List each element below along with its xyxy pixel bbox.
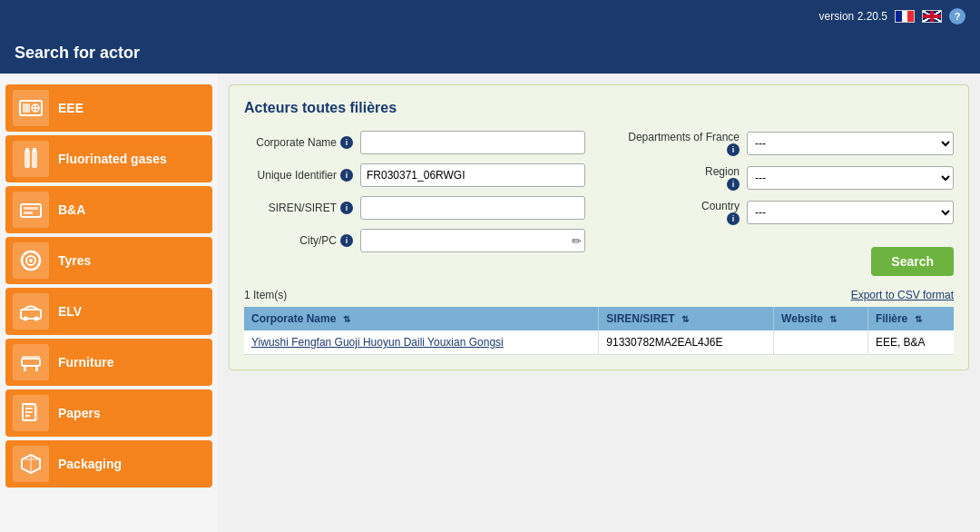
svg-rect-10 — [24, 207, 38, 210]
country-label-group: Country i — [612, 200, 740, 225]
sidebar-label-furniture: Furniture — [58, 355, 113, 370]
results-table-header-row: Corporate Name ⇅ SIREN/SIRET ⇅ Website ⇅ — [244, 307, 954, 330]
cell-filiere: EEE, B&A — [867, 330, 954, 355]
cell-corporate_name[interactable]: Yiwushi Fengfan Guoji Huoyun Daili Youxi… — [244, 330, 599, 355]
sidebar-item-elv[interactable]: ELV — [5, 288, 212, 335]
svg-rect-5 — [24, 150, 30, 168]
unique-identifier-row: Unique Identifier i — [244, 163, 585, 187]
region-select[interactable]: --- — [747, 166, 954, 190]
sidebar-item-packaging[interactable]: Packaging — [5, 440, 212, 488]
cell-siren_siret: 91330782MA2EAL4J6E — [599, 330, 774, 355]
region-info-icon[interactable]: i — [727, 178, 740, 191]
departments-select[interactable]: --- — [747, 132, 954, 155]
country-select[interactable]: --- — [747, 201, 954, 224]
papers-icon — [13, 395, 49, 431]
results-table: Corporate Name ⇅ SIREN/SIRET ⇅ Website ⇅ — [244, 307, 954, 355]
region-label-info: Region — [705, 165, 740, 178]
corporate-name-label-group: Corporate Name i — [244, 136, 353, 149]
departments-label: Departments of France — [628, 131, 740, 143]
corporate-name-input[interactable] — [360, 131, 585, 154]
sort-siren-siret-icon: ⇅ — [681, 314, 689, 324]
svg-point-16 — [24, 317, 28, 321]
sidebar-label-ba: B&A — [58, 202, 85, 218]
sidebar-item-fluorinated-gases[interactable]: Fluorinated gases — [5, 135, 212, 182]
country-info-icon[interactable]: i — [727, 212, 740, 225]
sidebar-item-tyres[interactable]: Tyres — [5, 237, 212, 284]
city-pc-label: City/PC — [299, 234, 337, 247]
col-siren-siret-label: SIREN/SIRET — [606, 312, 674, 325]
search-btn-row: Search — [612, 247, 954, 276]
siren-siret-input[interactable] — [360, 196, 585, 220]
country-label-info: Country — [701, 200, 740, 212]
corporate-name-row: Corporate Name i — [244, 131, 585, 154]
results-table-header: Corporate Name ⇅ SIREN/SIRET ⇅ Website ⇅ — [244, 307, 954, 330]
col-filiere[interactable]: Filière ⇅ — [867, 307, 954, 330]
furniture-icon — [13, 344, 49, 380]
svg-rect-21 — [22, 356, 40, 360]
results-header: 1 Item(s) Export to CSV format — [244, 289, 954, 301]
flag-uk-icon[interactable] — [922, 10, 942, 23]
sidebar-label-fluorinated-gases: Fluorinated gases — [58, 152, 167, 167]
svg-rect-18 — [22, 359, 40, 366]
cell-website — [774, 330, 868, 355]
sidebar: EEE Fluorinated gases — [0, 74, 218, 532]
top-bar: version 2.20.5 ? — [0, 0, 980, 33]
siren-siret-info-icon[interactable]: i — [340, 202, 353, 214]
results-table-body: Yiwushi Fengfan Guoji Huoyun Daili Youxi… — [244, 330, 954, 355]
ba-icon — [13, 192, 49, 228]
search-button[interactable]: Search — [871, 247, 954, 276]
country-row: Country i --- — [612, 200, 954, 225]
departments-label-group: Departments of France i — [612, 131, 740, 156]
sidebar-label-tyres: Tyres — [58, 253, 91, 269]
unique-identifier-input[interactable] — [360, 163, 585, 187]
sidebar-item-eee[interactable]: EEE — [5, 84, 212, 132]
city-pc-edit-button[interactable]: ✏ — [572, 234, 582, 248]
form-left: Corporate Name i Unique Identifier i — [244, 131, 585, 276]
svg-rect-1 — [23, 103, 30, 113]
fluorinated-gases-icon — [13, 141, 49, 177]
corporate-name-label: Corporate Name — [256, 136, 337, 149]
svg-rect-20 — [35, 366, 38, 371]
svg-rect-8 — [33, 148, 36, 152]
region-row: Region i --- — [612, 165, 954, 191]
sort-filiere-icon: ⇅ — [915, 314, 922, 324]
departments-label-info: Departments of France — [628, 131, 740, 143]
version-label: version 2.20.5 — [819, 10, 887, 23]
departments-info-icon[interactable]: i — [727, 143, 740, 156]
content-area: Acteurs toutes filières Corporate Name i — [218, 74, 980, 532]
col-website-label: Website — [781, 312, 823, 325]
packaging-icon — [13, 446, 49, 482]
export-csv-link[interactable]: Export to CSV format — [851, 289, 954, 301]
help-button[interactable]: ? — [949, 8, 965, 25]
siren-siret-label: SIREN/SIRET — [269, 202, 337, 214]
svg-point-14 — [29, 259, 33, 262]
unique-identifier-info-icon[interactable]: i — [340, 169, 353, 182]
flag-fr-icon[interactable] — [895, 10, 915, 23]
sidebar-item-papers[interactable]: Papers — [5, 389, 212, 437]
col-corporate-name[interactable]: Corporate Name ⇅ — [244, 307, 599, 330]
svg-point-17 — [34, 317, 39, 321]
sidebar-item-ba[interactable]: B&A — [5, 186, 212, 233]
top-bar-right: version 2.20.5 ? — [819, 8, 965, 25]
col-website[interactable]: Website ⇅ — [774, 307, 868, 330]
page-title-bar: Search for actor — [0, 33, 980, 74]
city-pc-input[interactable] — [360, 229, 585, 252]
form-right: Departments of France i --- Region — [612, 131, 954, 276]
unique-identifier-label: Unique Identifier — [258, 169, 337, 182]
elv-icon — [13, 293, 49, 330]
svg-rect-11 — [24, 212, 33, 214]
departments-row: Departments of France i --- — [612, 131, 954, 156]
col-filiere-label: Filière — [876, 312, 907, 325]
city-pc-info-icon[interactable]: i — [340, 234, 353, 247]
main-layout: EEE Fluorinated gases — [0, 74, 980, 532]
table-row: Yiwushi Fengfan Guoji Huoyun Daili Youxi… — [244, 330, 954, 355]
sidebar-label-eee: EEE — [58, 101, 83, 116]
col-siren-siret[interactable]: SIREN/SIRET ⇅ — [599, 307, 774, 330]
siren-siret-label-group: SIREN/SIRET i — [244, 202, 353, 214]
svg-rect-9 — [21, 204, 41, 217]
sidebar-item-furniture[interactable]: Furniture — [5, 339, 212, 386]
page-title: Search for actor — [15, 44, 140, 62]
unique-identifier-label-group: Unique Identifier i — [244, 169, 353, 182]
city-pc-row: City/PC i ✏ — [244, 229, 585, 252]
corporate-name-info-icon[interactable]: i — [340, 136, 353, 149]
